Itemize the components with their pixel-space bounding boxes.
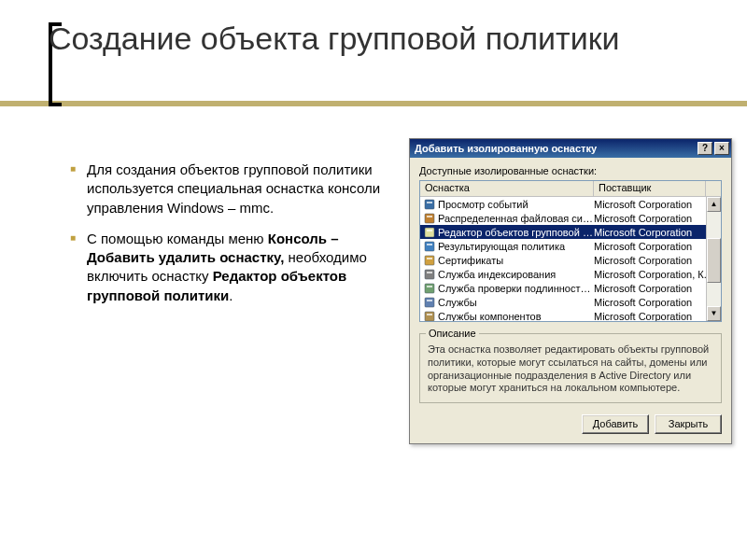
list-item[interactable]: СертификатыMicrosoft Corporation (420, 253, 721, 267)
close-dialog-button[interactable]: Закрыть (655, 414, 722, 434)
svg-rect-1 (427, 202, 432, 203)
snapin-name: Результирующая политика (438, 241, 594, 252)
svg-rect-14 (425, 298, 434, 307)
svg-rect-5 (427, 230, 432, 231)
list-item[interactable]: Распределенная файловая систем...Microso… (420, 211, 721, 225)
svg-rect-7 (427, 244, 432, 245)
bullet-text: Для создания объектов групповой политики… (87, 161, 380, 216)
svg-rect-6 (425, 242, 434, 251)
svg-rect-11 (427, 272, 432, 273)
vendor-name: Microsoft Corporation (594, 297, 721, 308)
auth-icon (423, 282, 435, 294)
slide-title: Создание объекта групповой политики (49, 21, 620, 57)
scroll-track[interactable] (707, 212, 721, 306)
description-group: Описание Эта оснастка позволяет редактир… (419, 333, 722, 403)
description-text: Эта оснастка позволяет редактировать объ… (428, 343, 713, 395)
list-item[interactable]: Результирующая политикаMicrosoft Corpora… (420, 239, 721, 253)
list-item[interactable]: Служба индексированияMicrosoft Corporati… (420, 267, 721, 281)
bullet-item: Для создания объектов групповой политики… (70, 161, 397, 217)
vendor-name: Microsoft Corporation (594, 213, 721, 224)
snapin-name: Служба индексирования (438, 269, 594, 280)
column-spacer (706, 181, 721, 197)
snapin-list[interactable]: Оснастка Поставщик Просмотр событийMicro… (419, 180, 722, 322)
snapin-name: Распределенная файловая систем... (438, 213, 594, 224)
services-icon (423, 296, 435, 308)
vendor-name: Microsoft Corporation (594, 199, 721, 210)
scroll-up-button[interactable]: ▲ (707, 197, 721, 212)
column-vendor[interactable]: Поставщик (594, 181, 706, 197)
rsop-icon (423, 240, 435, 252)
bullet-item: С помощью команды меню Консоль – Добавит… (70, 230, 397, 305)
svg-rect-8 (425, 256, 434, 265)
eventviewer-icon (423, 198, 435, 210)
svg-rect-0 (425, 200, 434, 209)
vendor-name: Microsoft Corporation (594, 283, 721, 294)
svg-rect-13 (427, 286, 432, 287)
snapin-name: Редактор объектов групповой поли... (438, 227, 594, 238)
available-label: Доступные изолированные оснастки: (419, 165, 722, 176)
cert-icon (423, 254, 435, 266)
snapin-name: Службы компонентов (438, 311, 594, 322)
svg-rect-3 (427, 216, 432, 217)
accent-line (0, 101, 747, 106)
svg-rect-4 (425, 228, 434, 237)
list-item[interactable]: Просмотр событийMicrosoft Corporation (420, 197, 721, 211)
dfs-icon (423, 212, 435, 224)
svg-rect-16 (425, 312, 434, 321)
dialog-add-snapin: Добавить изолированную оснастку ? × Дост… (409, 138, 732, 444)
vendor-name: Microsoft Corporation (594, 241, 721, 252)
snapin-name: Сертификаты (438, 255, 594, 266)
vendor-name: Microsoft Corporation (594, 227, 721, 238)
snapin-name: Службы (438, 297, 594, 308)
bullet-list: Для создания объектов групповой политики… (70, 161, 397, 317)
index-icon (423, 268, 435, 280)
dialog-title: Добавить изолированную оснастку (415, 143, 696, 154)
list-header[interactable]: Оснастка Поставщик (420, 181, 721, 197)
vendor-name: Microsoft Corporation, К... (594, 269, 721, 280)
bullet-text: . (229, 287, 233, 303)
close-button[interactable]: × (714, 142, 729, 155)
bullet-text: С помощью команды меню (87, 231, 268, 246)
snapin-name: Просмотр событий (438, 199, 594, 210)
svg-rect-10 (425, 270, 434, 279)
svg-rect-17 (427, 314, 432, 315)
dialog-titlebar[interactable]: Добавить изолированную оснастку ? × (410, 139, 731, 158)
list-item[interactable]: СлужбыMicrosoft Corporation (420, 295, 721, 309)
scrollbar[interactable]: ▲ ▼ (706, 197, 721, 321)
svg-rect-12 (425, 284, 434, 293)
list-item[interactable]: Редактор объектов групповой поли...Micro… (420, 225, 721, 239)
vendor-name: Microsoft Corporation (594, 311, 721, 322)
column-snapin[interactable]: Оснастка (420, 181, 594, 197)
group-legend: Описание (426, 328, 479, 339)
scroll-down-button[interactable]: ▼ (707, 306, 721, 321)
scroll-thumb[interactable] (707, 238, 721, 283)
help-button[interactable]: ? (698, 142, 712, 155)
svg-rect-2 (425, 214, 434, 223)
gpo-icon (423, 226, 435, 238)
snapin-name: Служба проверки подлинности в И... (438, 283, 594, 294)
svg-rect-9 (427, 258, 432, 259)
add-button[interactable]: Добавить (582, 414, 649, 434)
vendor-name: Microsoft Corporation (594, 255, 721, 266)
svg-rect-15 (427, 300, 432, 301)
list-item[interactable]: Служба проверки подлинности в И...Micros… (420, 281, 721, 295)
component-icon (423, 310, 435, 322)
list-item[interactable]: Службы компонентовMicrosoft Corporation (420, 309, 721, 322)
